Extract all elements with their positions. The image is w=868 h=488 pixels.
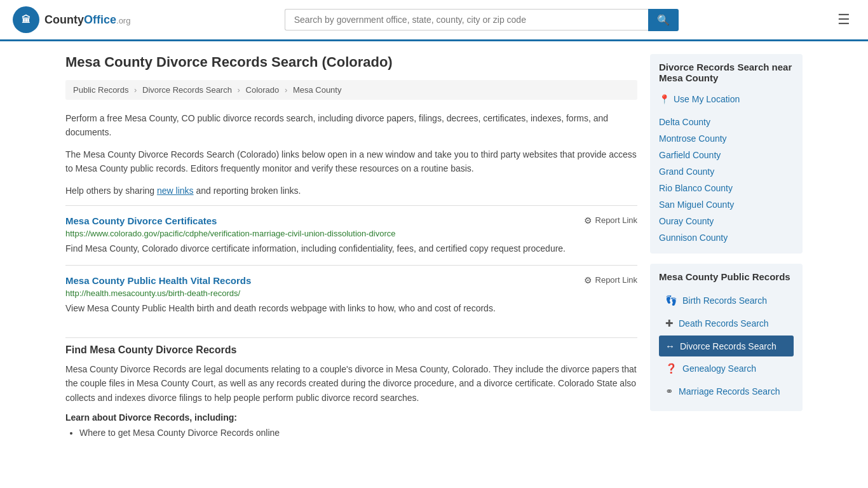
birth-icon: 👣	[665, 295, 677, 306]
breadcrumb-divorce-records[interactable]: Divorce Records Search	[142, 85, 232, 95]
search-area: 🔍	[285, 9, 679, 31]
nav-link-death[interactable]: Death Records Search	[679, 318, 769, 329]
nav-item-birth[interactable]: 👣 Birth Records Search	[659, 290, 794, 311]
nearby-link-rioblanco[interactable]: Rio Blanco County	[659, 180, 794, 196]
nearby-link-montrose[interactable]: Montrose County	[659, 130, 794, 147]
report-icon-vital: ⚙	[584, 275, 592, 285]
record-url-cert: https://www.colorado.gov/pacific/cdphe/v…	[65, 229, 637, 238]
report-link-vital[interactable]: ⚙ Report Link	[584, 275, 637, 285]
report-icon-cert: ⚙	[584, 215, 592, 226]
description-3: Help others by sharing new links and rep…	[65, 184, 637, 198]
search-button[interactable]: 🔍	[648, 9, 679, 31]
record-card-header-vital: Mesa County Public Health Vital Records …	[65, 275, 637, 286]
find-section-body: Mesa County Divorce Records are legal do…	[65, 362, 637, 405]
breadcrumb-mesa-county[interactable]: Mesa County	[293, 85, 342, 95]
record-card-cert: Mesa County Divorce Certificates ⚙ Repor…	[65, 205, 637, 265]
nav-link-birth[interactable]: Birth Records Search	[682, 295, 767, 306]
use-my-location-link[interactable]: Use My Location	[674, 91, 740, 107]
content-area: Mesa County Divorce Records Search (Colo…	[65, 54, 637, 440]
svg-text:🏛: 🏛	[22, 14, 31, 25]
location-icon: 📍	[659, 94, 670, 104]
record-title-cert[interactable]: Mesa County Divorce Certificates	[65, 215, 217, 226]
sidebar-public-records-section: Mesa County Public Records 👣 Birth Recor…	[650, 264, 803, 411]
nav-item-death[interactable]: ✚ Death Records Search	[659, 313, 794, 334]
sidebar-nearby-section: Divorce Records Search near Mesa County …	[650, 54, 803, 254]
record-url-vital: http://health.mesacounty.us/birth-death-…	[65, 288, 637, 298]
nearby-link-garfield[interactable]: Garfield County	[659, 147, 794, 163]
hamburger-button[interactable]: ☰	[832, 9, 855, 30]
breadcrumb-colorado[interactable]: Colorado	[246, 85, 280, 95]
nearby-link-ouray[interactable]: Ouray County	[659, 213, 794, 229]
search-input[interactable]	[285, 9, 648, 30]
record-card-header-cert: Mesa County Divorce Certificates ⚙ Repor…	[65, 215, 637, 226]
nearby-link-grand[interactable]: Grand County	[659, 163, 794, 180]
logo-text: CountyOffice.org	[44, 13, 130, 27]
sidebar-nearby-title: Divorce Records Search near Mesa County	[659, 62, 794, 83]
sidebar: Divorce Records Search near Mesa County …	[650, 54, 803, 440]
breadcrumb-sep-3: ›	[285, 85, 287, 95]
nearby-link-sanmiguel[interactable]: San Miguel County	[659, 196, 794, 213]
breadcrumb-sep-2: ›	[238, 85, 240, 95]
death-icon: ✚	[665, 318, 674, 329]
report-link-cert[interactable]: ⚙ Report Link	[584, 215, 637, 226]
breadcrumb-sep-1: ›	[134, 85, 137, 95]
nav-link-genealogy[interactable]: Genealogy Search	[682, 363, 756, 374]
nearby-link-delta[interactable]: Delta County	[659, 114, 794, 130]
logo-area: 🏛 CountyOffice.org	[13, 6, 130, 33]
nav-link-marriage[interactable]: Marriage Records Search	[679, 386, 780, 396]
search-icon: 🔍	[657, 15, 670, 25]
nav-item-divorce[interactable]: ↔ Divorce Records Search	[659, 336, 794, 356]
sidebar-public-records-title: Mesa County Public Records	[659, 271, 794, 282]
genealogy-icon: ❓	[665, 363, 677, 374]
record-card-vital: Mesa County Public Health Vital Records …	[65, 265, 637, 325]
description-2: The Mesa County Divorce Records Search (…	[65, 147, 637, 176]
page-title: Mesa County Divorce Records Search (Colo…	[65, 54, 637, 71]
header: 🏛 CountyOffice.org 🔍 ☰	[0, 0, 868, 41]
menu-icon: ☰	[837, 11, 850, 27]
record-desc-vital: View Mesa County Public Health birth and…	[65, 302, 637, 315]
main-container: Mesa County Divorce Records Search (Colo…	[53, 41, 815, 452]
nearby-links-list: Delta County Montrose County Garfield Co…	[659, 114, 794, 246]
breadcrumb-public-records[interactable]: Public Records	[73, 85, 128, 95]
breadcrumb: Public Records › Divorce Records Search …	[65, 80, 637, 100]
new-links-link[interactable]: new links	[157, 186, 194, 196]
marriage-icon: ⚭	[665, 386, 674, 397]
list-item: Where to get Mesa County Divorce Records…	[79, 428, 637, 438]
nearby-link-gunnison[interactable]: Gunnison County	[659, 229, 794, 246]
nav-item-genealogy[interactable]: ❓ Genealogy Search	[659, 358, 794, 379]
find-section-title: Find Mesa County Divorce Records	[65, 337, 637, 356]
logo-icon: 🏛	[13, 6, 39, 33]
record-desc-cert: Find Mesa County, Colorado divorce certi…	[65, 242, 637, 255]
learn-heading: Learn about Divorce Records, including:	[65, 412, 637, 423]
nav-item-marriage[interactable]: ⚭ Marriage Records Search	[659, 381, 794, 402]
learn-list: Where to get Mesa County Divorce Records…	[65, 428, 637, 438]
record-title-vital[interactable]: Mesa County Public Health Vital Records	[65, 275, 251, 286]
divorce-icon: ↔	[665, 341, 675, 351]
nav-link-divorce[interactable]: Divorce Records Search	[680, 341, 776, 351]
description-1: Perform a free Mesa County, CO public di…	[65, 111, 637, 140]
